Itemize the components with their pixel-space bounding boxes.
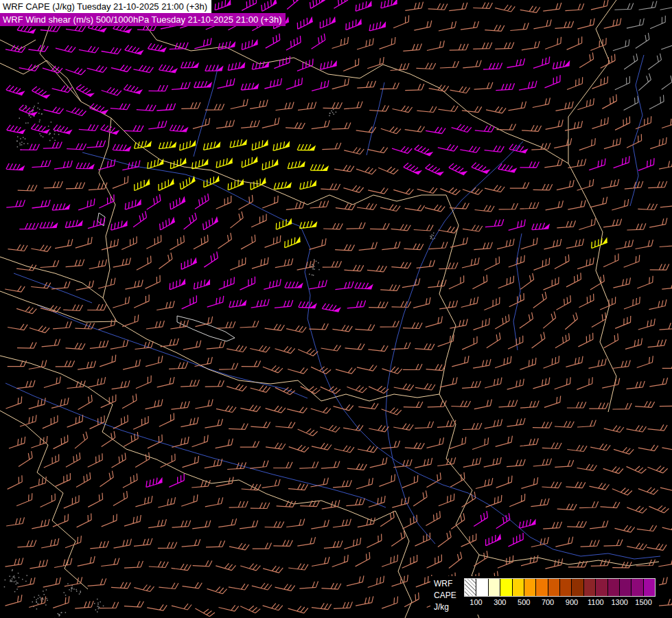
legend-color-box <box>465 579 476 596</box>
legend-color-box <box>513 579 524 596</box>
legend-tick-value: 300 <box>494 598 506 606</box>
legend-tick-value: 500 <box>518 598 530 606</box>
legend-color-box <box>584 579 596 596</box>
wind-barbs <box>5 0 672 617</box>
legend-tick-value: 900 <box>566 598 578 606</box>
legend-color-box <box>632 579 643 596</box>
legend-tick-value: 1100 <box>588 598 604 606</box>
shear-title-bar: WRF Wind shear (m/s) 500/1000hPa Tuesday… <box>0 13 286 26</box>
legend-color-box <box>560 579 572 596</box>
legend-color-box <box>489 579 500 596</box>
legend-tick-labels: 100300500700900110013001500 <box>464 597 656 608</box>
legend-color-box <box>596 579 607 596</box>
legend-label-column: WRF CAPE J/kg <box>434 578 464 613</box>
legend-tick-value: 100 <box>470 598 482 606</box>
map-canvas <box>0 0 672 618</box>
legend-color-box <box>644 579 655 596</box>
legend-color-boxes <box>464 578 656 597</box>
legend-tick-value: 700 <box>542 598 554 606</box>
weather-map-page: WRF CAPE (J/kg) Tuesday 21-10-2025 21:00… <box>0 0 672 618</box>
legend-color-box <box>548 579 560 596</box>
legend-color-box <box>608 579 620 596</box>
terrain-speckles <box>4 103 435 618</box>
legend-color-box <box>524 579 536 596</box>
legend-color-box <box>536 579 548 596</box>
legend-color-box <box>572 579 583 596</box>
legend-units-label: J/kg <box>434 602 464 613</box>
legend-model-label: WRF <box>434 578 464 590</box>
legend-tick-value: 1300 <box>611 598 627 606</box>
legend-tick-value: 1500 <box>635 598 651 606</box>
legend-color-box <box>476 579 488 596</box>
legend-color-box <box>620 579 632 596</box>
cape-title-bar: WRF CAPE (J/kg) Tuesday 21-10-2025 21:00… <box>0 0 211 13</box>
legend-color-box <box>500 579 512 596</box>
legend-field-label: CAPE <box>434 590 464 602</box>
legend-strip: 100300500700900110013001500 <box>464 578 656 613</box>
cape-legend: WRF CAPE J/kg 10030050070090011001300150… <box>430 576 659 615</box>
